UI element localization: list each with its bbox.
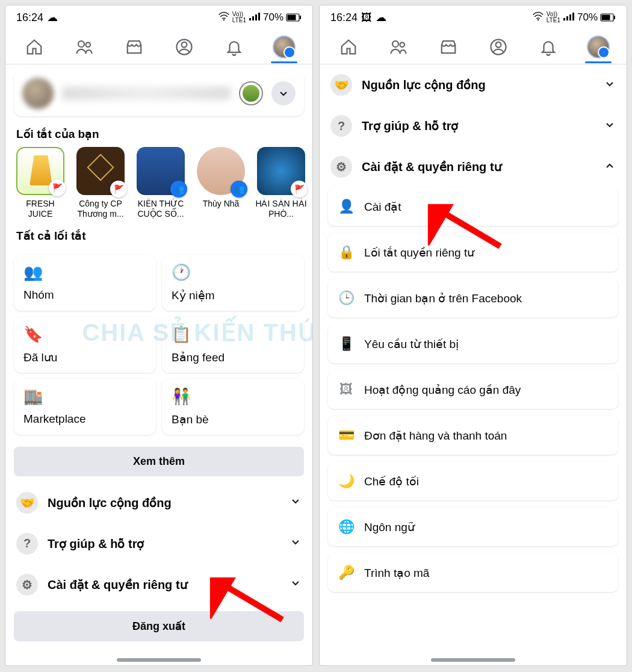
settings-item-device-requests[interactable]: 📱Yêu cầu từ thiết bị	[328, 325, 618, 363]
svg-point-11	[181, 42, 187, 47]
logout-button[interactable]: Đăng xuất	[14, 611, 304, 641]
tab-home[interactable]	[330, 31, 367, 63]
status-time: 16:24	[16, 11, 43, 24]
lock-icon: 🔒	[338, 244, 355, 261]
svg-rect-4	[258, 13, 260, 20]
profile-card[interactable]	[14, 70, 304, 116]
svg-rect-16	[569, 14, 571, 20]
svg-point-21	[392, 41, 398, 47]
profile-circle-icon: 👤	[338, 198, 355, 215]
clock-icon: 🕒	[338, 290, 355, 306]
grid-card-memories[interactable]: 🕐Kỷ niệm	[162, 255, 304, 311]
grid-card-friends[interactable]: 👫Bạn bè	[162, 379, 304, 435]
tab-marketplace[interactable]	[430, 31, 466, 63]
collapse-community[interactable]: 🤝 Nguồn lực cộng đồng	[320, 64, 627, 105]
svg-rect-17	[572, 13, 574, 20]
chevron-down-icon	[604, 119, 616, 134]
collapse-settings-privacy[interactable]: ⚙ Cài đặt & quyền riêng tư	[320, 146, 627, 187]
svg-rect-14	[563, 18, 565, 20]
svg-rect-19	[614, 16, 615, 19]
avatar-icon	[273, 36, 296, 58]
chevron-up-icon	[604, 160, 616, 175]
svg-rect-20	[602, 15, 610, 20]
profile-name-hidden	[62, 87, 231, 100]
group-badge-icon: 👥	[231, 181, 247, 198]
grid-card-saved[interactable]: 🔖Đã lưu	[14, 317, 156, 373]
key-icon: 🔑	[338, 564, 355, 581]
status-time: 16:24	[330, 11, 358, 24]
chevron-down-icon	[290, 536, 302, 551]
moon-icon: 🌙	[338, 473, 355, 490]
tab-friends[interactable]	[380, 31, 417, 63]
story-ring-icon[interactable]	[239, 81, 263, 105]
tab-friends[interactable]	[66, 31, 102, 63]
settings-submenu: 👤Cài đặt 🔒Lối tắt quyền riêng tư 🕒Thời g…	[320, 187, 627, 600]
settings-item-orders-payments[interactable]: 💳Đơn đặt hàng và thanh toán	[328, 416, 618, 455]
cloud-icon: ☁	[376, 11, 386, 24]
grid-card-feed[interactable]: 📋Bảng feed	[162, 317, 304, 373]
shortcuts-title: Lối tắt của bạn	[5, 122, 312, 147]
tab-menu[interactable]	[266, 31, 302, 63]
settings-item-recent-ads[interactable]: 🖼Hoạt động quảng cáo gần đây	[328, 370, 618, 409]
profile-avatar	[22, 78, 54, 109]
settings-item-privacy-shortcut[interactable]: 🔒Lối tắt quyền riêng tư	[328, 233, 618, 272]
battery-icon	[600, 13, 616, 22]
tab-profile[interactable]	[166, 31, 202, 63]
cloud-icon: ☁	[47, 11, 58, 24]
tab-marketplace[interactable]	[116, 31, 152, 63]
shortcut-item[interactable]: 🚩 HẢI SẢN HẢI PHÒ...	[255, 147, 308, 219]
settings-item-code-generator[interactable]: 🔑Trình tạo mã	[328, 553, 618, 592]
collapse-community[interactable]: 🤝 Nguồn lực cộng đồng	[5, 482, 312, 523]
tab-notifications[interactable]	[530, 31, 566, 63]
tab-notifications[interactable]	[216, 31, 252, 63]
battery-icon	[286, 13, 302, 22]
battery-text: 70%	[263, 11, 283, 23]
status-bar: 16:24 🖼 ☁ Vo))LTE1 70%	[320, 5, 627, 30]
chevron-down-icon	[290, 495, 302, 510]
collapse-settings-privacy[interactable]: ⚙ Cài đặt & quyền riêng tư	[5, 564, 312, 605]
grid-shortcuts: 👥Nhóm 🕐Kỷ niệm 🔖Đã lưu 📋Bảng feed 🏬Marke…	[5, 249, 312, 441]
shortcuts-row: 🚩 FRESH JUICE 🚩 Công ty CP Thương m... 👥…	[5, 147, 312, 224]
shortcut-item[interactable]: 👥 KIẾN THỨC CUỘC SỐ...	[134, 147, 187, 219]
collapse-help[interactable]: ? Trợ giúp & hỗ trợ	[320, 105, 627, 146]
grid-card-marketplace[interactable]: 🏬Marketplace	[14, 379, 156, 435]
settings-item-settings[interactable]: 👤Cài đặt	[328, 187, 618, 226]
nav-handle	[117, 658, 201, 662]
memories-icon: 🕐	[172, 263, 191, 282]
chevron-down-icon	[290, 577, 302, 592]
nav-tabbar	[320, 30, 627, 64]
see-more-button[interactable]: Xem thêm	[14, 447, 304, 476]
feed-icon: 📋	[172, 325, 191, 344]
device-icon: 📱	[338, 335, 355, 352]
globe-icon: 🌐	[338, 518, 355, 535]
tab-home[interactable]	[16, 31, 52, 63]
svg-point-0	[223, 19, 225, 20]
question-icon: ?	[16, 533, 38, 555]
status-bar: 16:24 ☁ Vo))LTE1 70%	[5, 5, 312, 30]
svg-rect-6	[300, 16, 301, 19]
shortcut-item[interactable]: 👥 Thùy Nhã	[194, 147, 247, 219]
group-badge-icon: 👥	[170, 181, 187, 198]
avatar-icon	[587, 36, 610, 58]
handshake-icon: 🤝	[330, 74, 352, 96]
handshake-icon: 🤝	[16, 492, 38, 514]
shortcut-item[interactable]: 🚩 FRESH JUICE	[14, 147, 67, 219]
tab-menu[interactable]	[580, 31, 616, 63]
page-badge-icon: 🚩	[110, 181, 127, 198]
collapse-help[interactable]: ? Trợ giúp & hỗ trợ	[5, 523, 312, 564]
groups-icon: 👥	[23, 263, 43, 282]
settings-item-language[interactable]: 🌐Ngôn ngữ	[328, 508, 618, 546]
wifi-icon	[218, 11, 230, 24]
settings-item-dark-mode[interactable]: 🌙Chế độ tối	[328, 462, 618, 500]
expand-button[interactable]	[271, 81, 296, 105]
network-label: Vo))LTE1	[232, 11, 246, 23]
signal-icon	[249, 11, 261, 24]
svg-rect-1	[249, 18, 251, 20]
ads-icon: 🖼	[338, 381, 355, 398]
shortcut-item[interactable]: 🚩 Công ty CP Thương m...	[74, 147, 127, 219]
svg-point-24	[495, 42, 501, 47]
grid-card-groups[interactable]: 👥Nhóm	[14, 255, 156, 311]
svg-point-9	[85, 42, 90, 47]
settings-item-time-on-fb[interactable]: 🕒Thời gian bạn ở trên Facebook	[328, 279, 618, 317]
tab-profile[interactable]	[480, 31, 516, 63]
